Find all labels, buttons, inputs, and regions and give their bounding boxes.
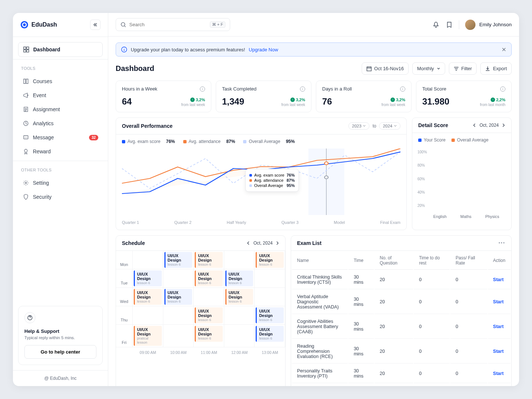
upgrade-link[interactable]: Upgrade Now — [249, 47, 278, 52]
gear-icon — [23, 180, 29, 186]
svg-point-10 — [25, 137, 26, 138]
chevron-left-icon[interactable] — [473, 123, 477, 127]
arrow-up-icon: ↑ — [290, 98, 295, 102]
schedule-event[interactable]: UI/UX Designlesson 6 — [164, 252, 192, 268]
svg-point-20 — [324, 162, 328, 165]
user-name: Emily Johnson — [479, 22, 512, 27]
clock-icon — [23, 120, 29, 127]
stat-card: Total Scorei31.980↑2,2%from last month — [416, 81, 512, 112]
page-title: Dashboard — [116, 64, 154, 73]
schedule-card: Schedule Oct, 2024 Mon UI/UX Designlesso… — [116, 235, 286, 386]
year-to-selector[interactable]: 2024 — [379, 122, 400, 130]
chevron-left-icon[interactable] — [247, 241, 250, 245]
nav-message[interactable]: Message32 — [18, 130, 103, 144]
message-icon — [23, 134, 29, 141]
schedule-event[interactable]: UI/UX Designlesson 6 — [256, 307, 284, 323]
nav-reward[interactable]: Reward — [18, 144, 103, 158]
table-row: Verbal Aptitude Diagnostic Assessment (V… — [292, 290, 511, 314]
info-icon[interactable]: i — [500, 86, 505, 92]
start-link[interactable]: Start — [493, 371, 504, 376]
logo: EduDash — [20, 21, 57, 29]
chart-x-axis: Quarter 1Quarter 2Half YearlyQuarter 3Mo… — [116, 218, 406, 230]
nav-label: Setting — [33, 180, 49, 186]
nav-dashboard[interactable]: Dashboard — [18, 42, 103, 57]
sidebar-collapse-button[interactable] — [90, 20, 100, 30]
svg-point-15 — [121, 23, 125, 26]
nav-label: Reward — [33, 149, 51, 154]
schedule-event[interactable]: UI/UX Designlesson 6 — [195, 326, 223, 342]
info-icon[interactable]: i — [200, 86, 205, 92]
svg-point-11 — [27, 137, 27, 138]
notifications-button[interactable] — [432, 21, 440, 28]
nav-analytics[interactable]: Analytics — [18, 116, 103, 130]
start-link[interactable]: Start — [493, 324, 504, 329]
shield-icon — [23, 194, 29, 200]
schedule-event[interactable]: UI/UX Designlesson 6 — [134, 270, 162, 286]
stats-row: Hours in a Weeki64↑3,2%from last week Ta… — [116, 81, 512, 112]
schedule-event[interactable]: UI/UX Designlesson 6 — [164, 289, 192, 305]
schedule-event[interactable]: UI/UX Designlesson 6 — [195, 252, 223, 268]
filter-button[interactable]: Filter — [449, 62, 477, 75]
search-icon — [120, 22, 126, 28]
megaphone-icon — [23, 92, 29, 99]
info-icon[interactable]: i — [400, 86, 405, 92]
svg-rect-4 — [24, 50, 26, 52]
start-link[interactable]: Start — [493, 277, 504, 282]
schedule-event[interactable]: UI/UX Designlesson 6 — [195, 307, 223, 323]
bookmark-button[interactable] — [446, 21, 453, 28]
svg-rect-3 — [27, 47, 29, 49]
nav-security[interactable]: Security — [18, 190, 103, 204]
banner-close-button[interactable] — [502, 47, 506, 52]
help-center-button[interactable]: Go to help center — [24, 345, 96, 359]
info-icon — [121, 47, 127, 52]
schedule-event[interactable]: UI/UX Designpratical lesson — [134, 326, 162, 346]
clipboard-icon — [23, 106, 29, 113]
card-title: Schedule — [122, 240, 145, 246]
schedule-event[interactable]: UI/UX Designlesson 6 — [225, 270, 253, 286]
interval-selector[interactable]: Monthly — [412, 62, 445, 75]
info-icon[interactable]: i — [300, 86, 305, 92]
detail-chart: 100%80%60%40%20% — [412, 147, 511, 211]
nav-label: Event — [33, 92, 46, 98]
nav-section-tools: TOOLS — [18, 65, 103, 74]
help-card: Help & Support Typical reply within 5 mi… — [18, 306, 103, 365]
nav-assignment[interactable]: Assignment — [18, 102, 103, 116]
start-link[interactable]: Start — [493, 299, 504, 304]
chevron-right-icon[interactable] — [502, 123, 505, 127]
sidebar: EduDash Dashboard TOOLS Courses Event As… — [13, 13, 108, 386]
user-menu[interactable]: Emily Johnson — [465, 20, 512, 30]
exam-table: NameTimeNo. of QuestionTime to do restPa… — [291, 251, 511, 386]
nav-setting[interactable]: Setting — [18, 176, 103, 190]
table-row: Critical Thinking Skills Inventory (CTSI… — [292, 270, 511, 289]
chevron-right-icon[interactable] — [276, 241, 279, 245]
date-range-selector[interactable]: Oct 16-Nov16 — [362, 62, 409, 75]
table-row: Reading Comprehension Evaluation (RCE)30… — [292, 340, 511, 364]
schedule-grid: Mon UI/UX Designlesson 6UI/UX Designless… — [116, 251, 285, 347]
svg-rect-2 — [24, 47, 26, 49]
nav-event[interactable]: Event — [18, 88, 103, 102]
nav-section-other: OTHER TOOLS — [18, 166, 103, 176]
nav-label: Analytics — [33, 120, 54, 126]
nav-courses[interactable]: Courses — [18, 74, 103, 88]
svg-rect-5 — [27, 50, 29, 52]
more-button[interactable]: ••• — [498, 241, 505, 246]
schedule-event[interactable]: UI/UX Designlesson 6 — [195, 270, 223, 286]
detail-score-card: Detail Score Oct, 2024 Your Score Overal… — [412, 117, 512, 230]
search-box[interactable]: ⌘ + F — [116, 18, 230, 31]
search-input[interactable] — [129, 22, 207, 27]
schedule-event[interactable]: UI/UX Designlesson 6 — [225, 289, 253, 305]
schedule-event[interactable]: UI/UX Designlesson 6 — [134, 289, 162, 305]
chart-tooltip: Avg. exam score76% Avg. attendance87% Ov… — [245, 169, 299, 192]
exam-list-card: Exam List ••• NameTimeNo. of QuestionTim… — [291, 235, 512, 386]
year-from-selector[interactable]: 2023 — [348, 122, 370, 130]
stat-card: Task Completedi1,349↑3,2%from last week — [216, 81, 311, 112]
nav-label: Message — [33, 134, 54, 140]
table-row: Personality Traits Inventory (PTI)30 min… — [292, 364, 511, 383]
card-title: Exam List — [297, 240, 321, 246]
start-link[interactable]: Start — [493, 349, 504, 354]
nav-label: Courses — [33, 78, 52, 84]
schedule-event[interactable]: UI/UX Designlesson 6 — [256, 326, 284, 342]
message-badge: 32 — [89, 135, 98, 140]
schedule-event[interactable]: UI/UX Designlesson 6 — [256, 252, 284, 268]
export-button[interactable]: Export — [480, 62, 512, 75]
